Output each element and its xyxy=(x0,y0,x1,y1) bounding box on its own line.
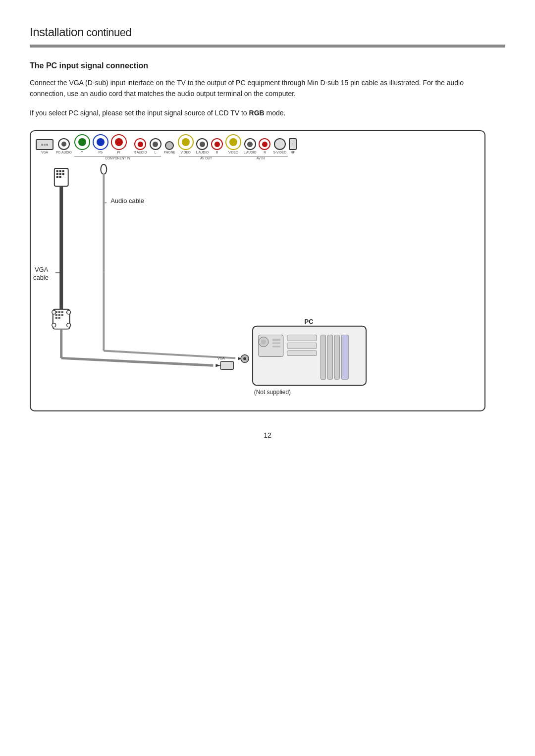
svg-rect-8 xyxy=(56,176,58,178)
video-out-port: VIDEO xyxy=(178,134,194,154)
svg-point-34 xyxy=(243,357,246,360)
connection-diagram-svg: VGA VGA cable Audio cable PC (Not suppli… xyxy=(31,163,484,410)
svg-text:PC: PC xyxy=(305,318,314,325)
svg-rect-27 xyxy=(220,362,233,370)
L-audio-comp-port: L xyxy=(150,138,161,154)
rf-port: ↑ RF xyxy=(289,138,297,154)
svg-point-20 xyxy=(52,310,56,314)
L-audio-out-port: L AUDIO xyxy=(196,138,209,154)
svg-line-31 xyxy=(104,351,235,358)
vga-label: VGA xyxy=(41,151,48,154)
svg-rect-5 xyxy=(56,173,58,175)
svg-rect-15 xyxy=(55,314,57,316)
svg-text:VGA: VGA xyxy=(217,357,225,360)
svg-rect-16 xyxy=(58,314,60,316)
page-number: 12 xyxy=(30,431,505,439)
pc-audio-port: PC-AUDIO xyxy=(56,138,72,154)
svg-rect-4 xyxy=(62,170,64,172)
phone-port: PHONE xyxy=(164,141,175,154)
video-in-port: VIDEO xyxy=(225,134,241,154)
svg-rect-9 xyxy=(59,176,61,178)
svg-text:VGA: VGA xyxy=(35,266,49,273)
svg-rect-39 xyxy=(272,339,280,341)
svg-line-25 xyxy=(61,358,214,366)
svg-rect-43 xyxy=(287,343,317,349)
svg-text:(Not supplied): (Not supplied) xyxy=(254,389,291,396)
Pb-port: Pb xyxy=(93,134,108,154)
svg-rect-45 xyxy=(321,335,325,380)
vga-port: VGA xyxy=(36,139,54,154)
section-title: The PC input signal connection xyxy=(30,61,505,70)
svg-rect-18 xyxy=(55,317,57,319)
svg-rect-41 xyxy=(272,346,280,348)
svg-rect-19 xyxy=(58,317,60,319)
group-labels-row: COMPONENT IN AV OUT AV IN xyxy=(31,156,484,163)
av-out-label: AV OUT xyxy=(179,156,233,160)
svg-point-21 xyxy=(67,310,71,314)
svg-text:cable: cable xyxy=(33,274,49,281)
Pr-port: Pr xyxy=(111,134,127,154)
svg-point-22 xyxy=(52,323,56,327)
svg-rect-7 xyxy=(62,173,64,175)
svg-rect-40 xyxy=(272,343,280,344)
title-suffix: continued xyxy=(84,26,132,39)
svg-rect-2 xyxy=(56,170,58,172)
svg-point-28 xyxy=(101,164,107,174)
svg-point-38 xyxy=(261,340,266,345)
R-audio-in2-port: R xyxy=(259,138,270,154)
L-audio-in-port: L AUDIO xyxy=(244,138,256,154)
vga-connector xyxy=(36,139,54,150)
svg-rect-44 xyxy=(287,351,317,356)
svg-rect-14 xyxy=(61,311,63,313)
svg-marker-26 xyxy=(215,364,220,367)
page-title: Installation continued xyxy=(30,20,505,41)
av-in-label: AV IN xyxy=(233,156,288,160)
R-audio-in-port: R AUDIO xyxy=(134,138,147,154)
svg-rect-42 xyxy=(287,335,317,341)
diagram-body: VGA VGA cable Audio cable PC (Not suppli… xyxy=(31,163,484,410)
svg-point-23 xyxy=(67,323,71,327)
connector-bar: VGA PC-AUDIO Y Pb Pr xyxy=(31,131,484,156)
svg-rect-46 xyxy=(327,335,332,380)
svg-rect-48 xyxy=(341,335,348,380)
svg-rect-6 xyxy=(59,173,61,175)
body-paragraph-2: If you select PC signal, please set the … xyxy=(30,107,485,118)
svg-rect-13 xyxy=(58,311,60,313)
svideo-port: S-VIDEO xyxy=(273,138,286,154)
svg-rect-17 xyxy=(61,314,63,316)
title-divider xyxy=(30,45,505,48)
connection-diagram: VGA PC-AUDIO Y Pb Pr xyxy=(30,130,485,411)
component-in-label: COMPONENT IN xyxy=(74,156,161,160)
body-paragraph-1: Connect the VGA (D-sub) input interface … xyxy=(30,77,485,100)
svg-rect-3 xyxy=(59,170,61,172)
svg-text:Audio cable: Audio cable xyxy=(110,197,144,204)
Y-port: Y xyxy=(74,134,90,154)
svg-rect-47 xyxy=(334,335,339,380)
R-audio-out-port: R xyxy=(211,138,223,154)
